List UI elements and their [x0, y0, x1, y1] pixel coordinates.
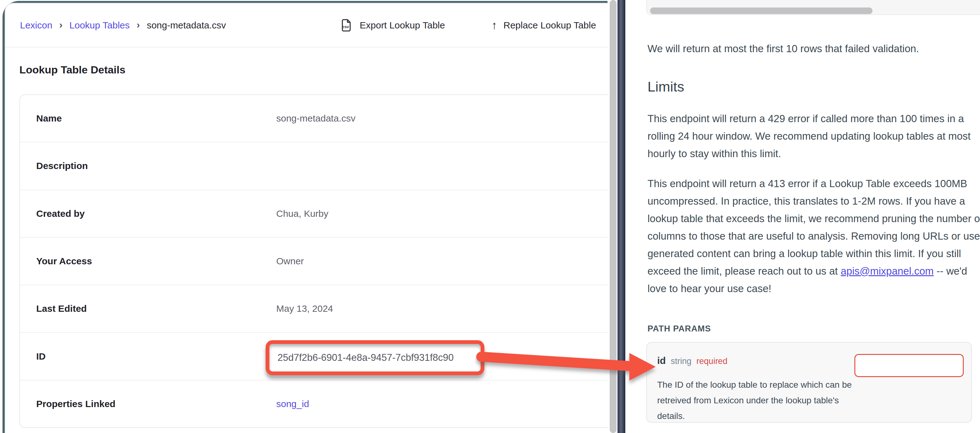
breadcrumb-separator-icon: › [59, 20, 62, 31]
left-window-scrollbar-thumb[interactable] [610, 0, 617, 433]
detail-label: Your Access [36, 256, 276, 266]
svg-text:csv: csv [342, 24, 349, 29]
lookup-table-id-value[interactable]: 25d7f2b6-6901-4e8a-9457-7cbf931f8c90 [277, 352, 454, 363]
replace-lookup-table-button[interactable]: ↑ Replace Lookup Table [492, 20, 596, 31]
detail-label: ID [36, 351, 276, 362]
detail-row-your-access: Your Access Owner [20, 238, 608, 285]
detail-value-your-access: Owner [276, 256, 304, 266]
detail-label: Properties Linked [36, 399, 276, 409]
path-params-heading: PATH PARAMS [648, 324, 711, 334]
param-header: id string required [657, 355, 727, 366]
detail-row-properties-linked: Properties Linked song_id [20, 380, 608, 427]
limits-paragraph-413: This endpoint will return a 413 error if… [648, 175, 980, 298]
replace-button-label: Replace Lookup Table [503, 20, 596, 30]
breadcrumb-current-page: song-metadata.csv [147, 20, 226, 30]
paragraph-text: This endpoint will return a 413 error if… [648, 178, 980, 277]
properties-linked-song-id-link[interactable]: song_id [276, 399, 309, 409]
upload-arrow-icon: ↑ [492, 20, 497, 31]
screenshot-root: Lexicon › Lookup Tables › song-metadata.… [0, 0, 980, 433]
lookup-table-details-card: Name song-metadata.csv Description Creat… [19, 94, 608, 428]
param-name: id [657, 355, 666, 366]
export-lookup-table-button[interactable]: csv Export Lookup Table [339, 18, 445, 32]
limits-heading: Limits [648, 79, 684, 95]
breadcrumb-separator-icon: › [137, 20, 140, 31]
detail-row-description: Description [20, 142, 608, 190]
detail-row-name: Name song-metadata.csv [20, 95, 608, 142]
id-value-annotation-box: 25d7f2b6-6901-4e8a-9457-7cbf931f8c90 [266, 340, 484, 375]
export-button-label: Export Lookup Table [360, 20, 445, 30]
detail-label: Description [36, 161, 276, 171]
detail-label: Created by [36, 209, 276, 219]
api-docs-panel: We will return at most the first 10 rows… [625, 0, 980, 433]
detail-value-last-edited: May 13, 2024 [276, 303, 333, 314]
breadcrumb: Lexicon › Lookup Tables › song-metadata.… [20, 20, 226, 31]
breadcrumb-link-lexicon[interactable]: Lexicon [20, 20, 52, 30]
path-param-card-id: id string required The ID of the lookup … [646, 342, 972, 423]
detail-row-created-by: Created by Chua, Kurby [20, 190, 608, 238]
param-id-input[interactable] [854, 354, 964, 377]
docs-intro-text: We will return at most the first 10 rows… [648, 40, 979, 57]
horizontal-scroll-container [646, 0, 980, 15]
csv-file-icon: csv [339, 18, 353, 32]
detail-row-last-edited: Last Edited May 13, 2024 [20, 285, 608, 333]
detail-label: Last Edited [36, 303, 276, 314]
detail-label: Name [36, 113, 276, 124]
param-description: The ID of the lookup table to replace wh… [657, 377, 854, 424]
modal-header: Lexicon › Lookup Tables › song-metadata.… [5, 3, 608, 48]
detail-value-name: song-metadata.csv [276, 113, 355, 124]
limits-paragraph-429: This endpoint will return a 429 error if… [648, 110, 980, 162]
window-divider-edge [617, 0, 625, 433]
breadcrumb-link-lookup-tables[interactable]: Lookup Tables [69, 20, 130, 30]
param-required-badge: required [697, 357, 727, 366]
lookup-table-details-modal: Lexicon › Lookup Tables › song-metadata.… [5, 3, 608, 433]
param-type: string [671, 357, 692, 366]
apis-mixpanel-email-link[interactable]: apis@mixpanel.com [841, 265, 934, 277]
page-title: Lookup Table Details [19, 64, 125, 76]
horizontal-scrollbar-thumb[interactable] [650, 8, 872, 14]
detail-value-created-by: Chua, Kurby [276, 209, 328, 219]
